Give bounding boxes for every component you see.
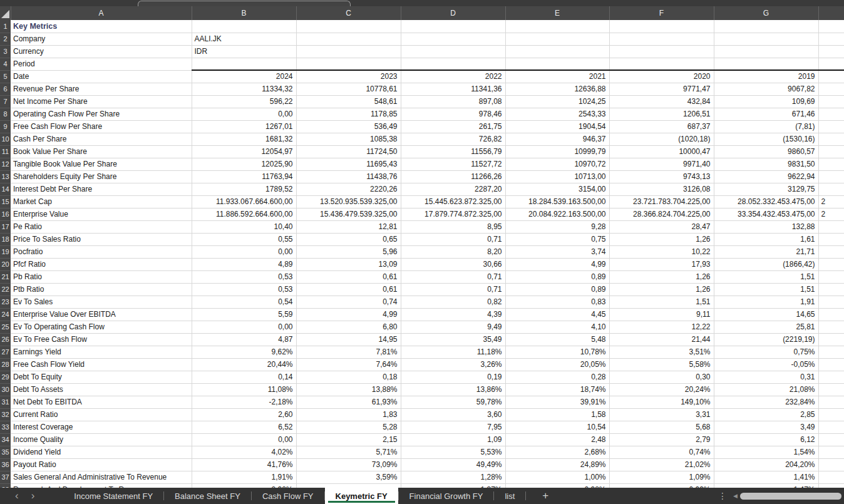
cell[interactable]: 1,51: [714, 270, 818, 283]
column-header-e[interactable]: E: [505, 6, 609, 20]
cell[interactable]: 0,31: [714, 371, 818, 383]
horizontal-scrollbar[interactable]: ◀: [733, 488, 841, 504]
cell-partial[interactable]: [818, 458, 844, 471]
cell[interactable]: 0,00: [192, 321, 296, 333]
cell[interactable]: 11,08%: [192, 383, 296, 396]
sheet-nav-right-icon[interactable]: ›: [25, 488, 41, 504]
cell[interactable]: 49,49%: [401, 458, 505, 471]
cell[interactable]: 261,75: [401, 120, 505, 133]
row-header-4[interactable]: 4: [0, 58, 11, 70]
row-header-19[interactable]: 19: [0, 245, 11, 258]
cell[interactable]: [296, 58, 401, 70]
cell[interactable]: 2,68%: [505, 446, 609, 458]
cell[interactable]: 9622,94: [714, 170, 818, 183]
cell-label[interactable]: Cash Per Share: [11, 133, 192, 145]
cell[interactable]: 11.933.067.664.600,00: [192, 195, 296, 208]
cell-partial[interactable]: [818, 421, 844, 433]
cell-label[interactable]: Sales General And Administrative To Reve…: [11, 471, 192, 483]
cell[interactable]: 3,49: [714, 421, 818, 433]
add-sheet-button[interactable]: +: [526, 488, 565, 504]
cell-partial[interactable]: [818, 83, 844, 95]
cell[interactable]: 4,39: [401, 308, 505, 321]
cell[interactable]: 204,20%: [714, 458, 818, 471]
cell-label[interactable]: Enterprise Value: [11, 208, 192, 220]
cell[interactable]: -2,18%: [192, 396, 296, 408]
cell[interactable]: 10999,79: [505, 145, 609, 158]
cell[interactable]: 21,08%: [714, 383, 818, 396]
cell[interactable]: 61,93%: [296, 396, 401, 408]
cell-partial[interactable]: [818, 358, 844, 371]
cell-partial[interactable]: [818, 270, 844, 283]
cell-partial[interactable]: [818, 321, 844, 333]
cell[interactable]: (7,81): [714, 120, 818, 133]
cell-partial[interactable]: [818, 45, 844, 58]
cell[interactable]: 20,44%: [192, 358, 296, 371]
cell-label[interactable]: Shareholders Equity Per Share: [11, 170, 192, 183]
row-header-34[interactable]: 34: [0, 433, 11, 446]
cell-partial[interactable]: [818, 408, 844, 421]
cell[interactable]: [714, 45, 818, 58]
cell[interactable]: 11724,50: [296, 145, 401, 158]
cell[interactable]: 14,95: [296, 333, 401, 346]
cell[interactable]: 20,24%: [609, 383, 714, 396]
cell[interactable]: 18.284.539.163.500,00: [505, 195, 609, 208]
cell[interactable]: 536,49: [296, 120, 401, 133]
cell[interactable]: 20,05%: [505, 358, 609, 371]
cell[interactable]: 1,09: [401, 433, 505, 446]
cell[interactable]: AALI.JK: [192, 33, 296, 45]
cell[interactable]: 0,18: [296, 371, 401, 383]
row-header-37[interactable]: 37: [0, 471, 11, 483]
cell-label[interactable]: Interest Debt Per Share: [11, 183, 192, 195]
column-header-a[interactable]: A: [11, 6, 192, 20]
cell[interactable]: 4,89: [192, 258, 296, 270]
cell[interactable]: 11763,94: [192, 170, 296, 183]
cell[interactable]: 7,81%: [296, 346, 401, 358]
cell[interactable]: 1,61: [714, 233, 818, 245]
cell[interactable]: [192, 58, 296, 70]
cell-partial[interactable]: 2: [818, 195, 844, 208]
cell-partial[interactable]: 2: [818, 208, 844, 220]
cell[interactable]: (1530,16): [714, 133, 818, 145]
cell[interactable]: 671,46: [714, 108, 818, 120]
cell-label[interactable]: Operating Cash Flow Per Share: [11, 108, 192, 120]
cell[interactable]: 30,66: [401, 258, 505, 270]
column-header-g[interactable]: G: [714, 6, 818, 20]
cell[interactable]: 0,00: [192, 433, 296, 446]
cell[interactable]: 13,88%: [296, 383, 401, 396]
cell[interactable]: 2,85: [714, 408, 818, 421]
cell-label[interactable]: Revenue Per Share: [11, 83, 192, 95]
cell[interactable]: [296, 20, 401, 33]
cell-label[interactable]: Debt To Assets: [11, 383, 192, 396]
cell[interactable]: 1024,25: [505, 95, 609, 108]
cell-label[interactable]: Market Cap: [11, 195, 192, 208]
cell[interactable]: [505, 58, 609, 70]
cell[interactable]: 1904,54: [505, 120, 609, 133]
cell-label[interactable]: Currency: [11, 45, 192, 58]
cell-partial[interactable]: [818, 308, 844, 321]
cell[interactable]: 2023: [296, 70, 401, 83]
cell[interactable]: 1,26: [609, 270, 714, 283]
cell-label[interactable]: Net Income Per Share: [11, 95, 192, 108]
cell[interactable]: 15.445.623.872.325,00: [401, 195, 505, 208]
row-header-5[interactable]: 5: [0, 70, 11, 83]
cell[interactable]: [505, 20, 609, 33]
cell[interactable]: 2,15: [296, 433, 401, 446]
cell[interactable]: 1,26: [609, 283, 714, 296]
row-header-6[interactable]: 6: [0, 83, 11, 95]
cell[interactable]: 1178,85: [296, 108, 401, 120]
cell[interactable]: 3129,75: [714, 183, 818, 195]
cell-label[interactable]: Net Debt To EBITDA: [11, 396, 192, 408]
cell[interactable]: 0,83: [505, 296, 609, 308]
row-header-3[interactable]: 3: [0, 45, 11, 58]
cell[interactable]: 6,12: [714, 433, 818, 446]
cell[interactable]: [296, 33, 401, 45]
cell-partial[interactable]: [818, 158, 844, 170]
row-header-18[interactable]: 18: [0, 233, 11, 245]
row-header-35[interactable]: 35: [0, 446, 11, 458]
cell-partial[interactable]: [818, 433, 844, 446]
cell-label[interactable]: Free Cash Flow Yield: [11, 358, 192, 371]
scroll-left-icon[interactable]: ◀: [733, 493, 738, 499]
cell[interactable]: 5,59: [192, 308, 296, 321]
cell[interactable]: 13,86%: [401, 383, 505, 396]
cell[interactable]: 11334,32: [192, 83, 296, 95]
